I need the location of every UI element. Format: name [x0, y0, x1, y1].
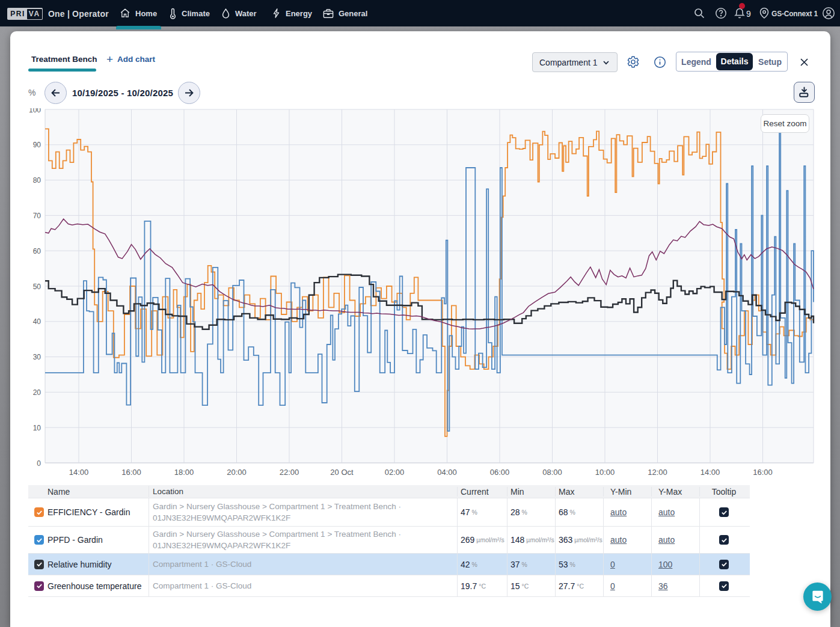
svg-text:100: 100 [29, 108, 41, 114]
svg-text:06:00: 06:00 [490, 468, 510, 477]
svg-text:16:00: 16:00 [121, 468, 141, 477]
svg-text:60: 60 [33, 247, 41, 255]
svg-text:70: 70 [33, 212, 41, 220]
svg-text:02:00: 02:00 [385, 468, 405, 477]
svg-text:20: 20 [33, 388, 41, 397]
svg-text:08:00: 08:00 [542, 468, 562, 477]
svg-text:0: 0 [37, 459, 41, 468]
svg-text:50: 50 [33, 283, 41, 291]
svg-text:18:00: 18:00 [174, 468, 194, 477]
svg-text:14:00: 14:00 [69, 468, 89, 477]
svg-text:30: 30 [33, 353, 41, 361]
svg-text:10: 10 [33, 424, 41, 432]
svg-text:22:00: 22:00 [280, 468, 299, 477]
svg-text:12:00: 12:00 [648, 468, 667, 477]
svg-text:80: 80 [33, 176, 41, 185]
svg-text:10:00: 10:00 [595, 468, 615, 477]
svg-text:90: 90 [33, 141, 41, 149]
svg-text:04:00: 04:00 [437, 468, 457, 477]
svg-text:14:00: 14:00 [701, 468, 720, 477]
svg-text:40: 40 [33, 317, 41, 326]
svg-text:20:00: 20:00 [227, 468, 247, 477]
svg-text:20 Oct: 20 Oct [330, 468, 354, 477]
svg-text:16:00: 16:00 [753, 468, 773, 477]
